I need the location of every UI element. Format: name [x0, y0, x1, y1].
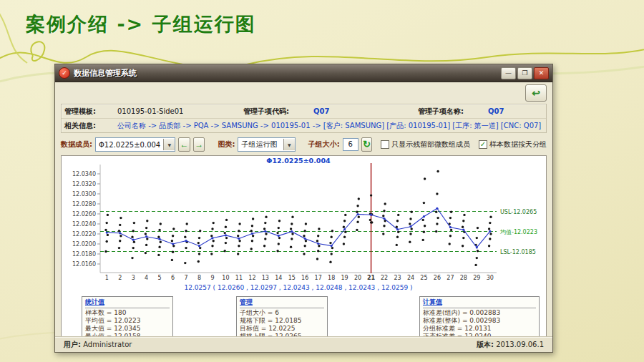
svg-text:12.0300: 12.0300 [72, 191, 96, 197]
run-chart-svg: Φ12.0225±0.00412.034012.032012.030012.02… [62, 156, 546, 296]
svg-text:12.0257 ( 12.0260 , 12.0297 ,: 12.0257 ( 12.0260 , 12.0297 , 12.0243 , … [184, 284, 412, 291]
window-title: 数据信息管理系统 [74, 68, 501, 79]
status-bar: 用户: Administrator 版本: 2013.09.06.1 [55, 336, 552, 352]
back-button[interactable]: ↩ [525, 84, 547, 102]
window-controls: — ❐ ✕ [501, 67, 549, 79]
svg-text:3: 3 [132, 275, 135, 281]
svg-text:12: 12 [248, 275, 255, 281]
svg-text:30: 30 [487, 275, 494, 281]
stats-row: 统计值样本数 = 180平均值 = 12.0223最大值 = 12.0345最小… [62, 296, 546, 338]
group-by-day-label: 样本数据按天分组 [489, 140, 547, 150]
minimize-button[interactable]: — [501, 67, 516, 79]
app-logo-icon: ✓ [59, 67, 70, 79]
info-row-related: 相关信息: 公司名称 -> 品质部 -> PQA -> SAMSUNG -> 0… [62, 119, 546, 132]
svg-text:14: 14 [275, 275, 282, 281]
chart-type-value: 子组运行图 [241, 140, 280, 150]
subitem-name-label: 管理子项名称: [418, 107, 484, 117]
svg-text:10: 10 [222, 275, 229, 281]
svg-text:21: 21 [367, 275, 376, 281]
data-member-value: Φ12.0225±0.004 [99, 141, 160, 149]
svg-text:18: 18 [328, 275, 335, 281]
subgroup-size-input[interactable]: 6 [343, 138, 358, 151]
prev-member-button[interactable]: ← [178, 137, 190, 152]
svg-text:29: 29 [473, 275, 480, 281]
svg-text:均值-12.0223: 均值-12.0223 [499, 229, 537, 235]
data-member-select[interactable]: Φ12.0225±0.004 ▼ [95, 137, 175, 152]
window-titlebar[interactable]: ✓ 数据信息管理系统 — ❐ ✕ [55, 64, 552, 82]
maximize-button[interactable]: ❐ [517, 67, 532, 79]
svg-text:22: 22 [381, 275, 388, 281]
svg-text:LSL-12.0185: LSL-12.0185 [500, 249, 536, 255]
svg-text:12.0280: 12.0280 [72, 201, 96, 207]
toolbar: ↩ [55, 82, 552, 104]
subitem-name-value: Q07 [488, 107, 504, 115]
stats-panel-title: 管理 [240, 298, 324, 308]
svg-text:20: 20 [354, 275, 361, 281]
related-info-label: 相关信息: [64, 121, 113, 131]
svg-text:23: 23 [394, 275, 401, 281]
svg-text:26: 26 [434, 275, 441, 281]
stats-panel-title: 计算值 [423, 298, 536, 308]
checkbox-unchecked-icon [381, 140, 389, 149]
svg-text:12.0160: 12.0160 [72, 261, 96, 268]
svg-text:USL-12.0265: USL-12.0265 [500, 209, 537, 215]
close-button[interactable]: ✕ [534, 67, 549, 79]
slide-title: 案例介绍 -> 子组运行图 [26, 11, 256, 37]
template-label: 管理模板: [64, 107, 113, 117]
svg-text:13: 13 [262, 275, 269, 281]
show-residual-checkbox[interactable]: 只显示残留部微数组成员 [381, 140, 470, 150]
svg-text:6: 6 [171, 275, 175, 281]
stats-row-item: 样本数 = 180 [85, 309, 170, 317]
run-chart[interactable]: Φ12.0225±0.00412.034012.032012.030012.02… [62, 156, 546, 296]
svg-text:16: 16 [301, 275, 308, 281]
svg-text:12.0180: 12.0180 [72, 251, 96, 258]
next-member-button[interactable]: → [193, 137, 205, 152]
user-label: 用户: [64, 341, 81, 348]
subitem-code-label: 管理子项代码: [243, 107, 309, 117]
chart-type-select[interactable]: 子组运行图 ▼ [238, 137, 295, 152]
svg-text:12.0260: 12.0260 [72, 211, 96, 217]
svg-text:27: 27 [447, 275, 454, 281]
svg-text:2: 2 [118, 275, 122, 281]
svg-text:8: 8 [197, 275, 201, 281]
info-row-template: 管理模板: 010195-01-Side01 管理子项代码: Q07 管理子项名… [62, 104, 546, 119]
checkbox-checked-icon: ✓ [479, 140, 487, 149]
controls-row: 数据成员: Φ12.0225±0.004 ▼ ← → 图类: 子组运行图 ▼ 子… [61, 135, 547, 154]
group-by-day-checkbox[interactable]: ✓ 样本数据按天分组 [479, 140, 547, 150]
svg-text:7: 7 [184, 275, 187, 281]
info-panel: 管理模板: 010195-01-Side01 管理子项代码: Q07 管理子项名… [61, 104, 547, 133]
user-value: Administrator [83, 341, 132, 348]
svg-text:12.0340: 12.0340 [72, 171, 96, 177]
app-window: ✓ 数据信息管理系统 — ❐ ✕ ↩ 管理模板: 010195-01-Side0… [54, 64, 553, 353]
template-value: 010195-01-Side01 [117, 107, 225, 115]
svg-text:12.0320: 12.0320 [72, 181, 96, 187]
svg-text:4: 4 [145, 275, 148, 281]
svg-text:17: 17 [315, 275, 322, 281]
svg-text:12.0240: 12.0240 [72, 221, 96, 228]
breadcrumb: 公司名称 -> 品质部 -> PQA -> SAMSUNG -> 010195-… [117, 121, 541, 131]
svg-text:15: 15 [288, 275, 296, 281]
chevron-down-icon: ▼ [163, 139, 175, 150]
svg-text:12.0220: 12.0220 [72, 231, 96, 238]
data-member-label: 数据成员: [61, 140, 92, 150]
chevron-down-icon: ▼ [283, 139, 295, 150]
status-user: 用户: Administrator [64, 340, 132, 350]
svg-text:5: 5 [158, 275, 162, 281]
refresh-button[interactable]: ↻ [361, 137, 372, 152]
chart-type-label: 图类: [218, 140, 235, 150]
svg-text:Φ12.0225±0.004: Φ12.0225±0.004 [266, 157, 331, 165]
svg-text:12.0200: 12.0200 [72, 241, 96, 248]
slide: 案例介绍 -> 子组运行图 ✓ 数据信息管理系统 — ❐ ✕ ↩ 管理模板: 0… [0, 0, 644, 362]
subitem-code-value: Q07 [313, 107, 399, 115]
version-label: 版本: [477, 341, 494, 348]
version-value: 2013.09.06.1 [496, 341, 544, 348]
stats-row-item: 分组标准差 = 12.0131 [423, 325, 536, 333]
stats-row-item: 规格下限 = 12.0185 [240, 317, 324, 325]
svg-text:24: 24 [407, 275, 414, 281]
svg-text:1: 1 [105, 275, 109, 281]
svg-text:9: 9 [210, 275, 214, 281]
stats-row-item: 目标值 = 12.0225 [240, 325, 324, 333]
svg-text:19: 19 [341, 275, 348, 281]
stats-row-item: 最大值 = 12.0345 [85, 325, 170, 333]
chart-panel: Φ12.0225±0.00412.034012.032012.030012.02… [61, 155, 547, 341]
